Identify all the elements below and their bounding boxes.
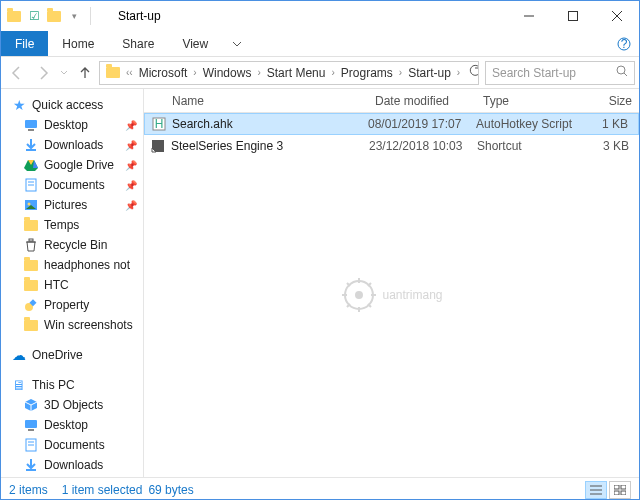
tab-share[interactable]: Share <box>108 31 168 56</box>
view-buttons <box>585 481 631 499</box>
maximize-icon <box>568 11 578 21</box>
file-row[interactable]: HSearch.ahk08/01/2019 17:07AutoHotkey Sc… <box>144 113 639 135</box>
svg-rect-55 <box>621 485 626 489</box>
sidebar-item[interactable]: Pictures📌 <box>1 195 143 215</box>
breadcrumb-item[interactable]: Start Menu <box>263 62 330 84</box>
folder-icon <box>23 217 39 233</box>
sidebar-item[interactable]: Desktop📌 <box>1 115 143 135</box>
search-placeholder: Search Start-up <box>492 66 576 80</box>
svg-rect-8 <box>25 120 37 128</box>
qat-properties-icon[interactable]: ☑ <box>26 8 42 24</box>
sidebar-item-label: 3D Objects <box>44 398 103 412</box>
sidebar-item-label: Desktop <box>44 118 88 132</box>
breadcrumb-item[interactable]: Start-up <box>404 62 455 84</box>
recycle-icon <box>23 237 39 253</box>
folder-icon <box>23 317 39 333</box>
sidebar-quick-access[interactable]: ★Quick access <box>1 95 143 115</box>
sidebar-item[interactable]: Win screenshots <box>1 315 143 335</box>
sidebar-item[interactable]: Google Drive📌 <box>1 155 143 175</box>
gdrive-icon <box>23 157 39 173</box>
file-icon <box>150 138 166 154</box>
qat-dropdown-icon[interactable]: ▾ <box>66 8 82 24</box>
forward-button[interactable] <box>31 61 55 85</box>
chevron-right-icon[interactable]: › <box>191 67 198 78</box>
back-button[interactable] <box>5 61 29 85</box>
minimize-button[interactable] <box>507 1 551 31</box>
file-name: SteelSeries Engine 3 <box>171 139 283 153</box>
sidebar-item[interactable]: Recycle Bin <box>1 235 143 255</box>
svg-rect-57 <box>621 491 626 495</box>
qat-newfolder-icon[interactable] <box>46 8 62 24</box>
file-list[interactable]: HSearch.ahk08/01/2019 17:07AutoHotkey Sc… <box>144 113 639 477</box>
svg-rect-9 <box>28 129 34 131</box>
file-type: Shortcut <box>477 139 589 153</box>
maximize-button[interactable] <box>551 1 595 31</box>
downloads-icon <box>23 137 39 153</box>
chevron-right-icon[interactable]: › <box>455 67 462 78</box>
file-row[interactable]: SteelSeries Engine 323/12/2018 10:03Shor… <box>144 135 639 157</box>
window-controls <box>507 1 639 31</box>
svg-text:H: H <box>155 117 164 131</box>
column-size[interactable]: Size <box>589 94 639 108</box>
column-name[interactable]: Name <box>144 94 369 108</box>
sidebar-item[interactable]: Temps <box>1 215 143 235</box>
recent-dropdown[interactable] <box>57 61 71 85</box>
quick-access-toolbar: ☑ ▾ <box>1 7 100 25</box>
search-input[interactable]: Search Start-up <box>485 61 635 85</box>
refresh-button[interactable] <box>462 64 479 81</box>
svg-point-6 <box>617 66 625 74</box>
chevron-right-icon[interactable]: ‹‹ <box>124 67 135 78</box>
breadcrumb-root-icon[interactable] <box>102 62 124 84</box>
content-pane: Name Date modified Type Size HSearch.ahk… <box>144 89 639 477</box>
sidebar-item[interactable]: Documents <box>1 435 143 455</box>
sidebar-item[interactable]: Desktop <box>1 415 143 435</box>
minimize-icon <box>524 11 534 21</box>
sidebar-thispc[interactable]: 🖥This PC <box>1 375 143 395</box>
navbar: ‹‹ Microsoft › Windows › Start Menu › Pr… <box>1 57 639 89</box>
sidebar-item-label: Downloads <box>44 138 103 152</box>
chevron-right-icon[interactable]: › <box>397 67 404 78</box>
sidebar-item-label: Win screenshots <box>44 318 133 332</box>
arrow-left-icon <box>9 65 25 81</box>
ribbon-expand-button[interactable] <box>222 31 252 56</box>
sidebar-item[interactable]: Music <box>1 475 143 477</box>
sidebar-onedrive[interactable]: ☁OneDrive <box>1 345 143 365</box>
sidebar-item[interactable]: Downloads <box>1 455 143 475</box>
file-tab[interactable]: File <box>1 31 48 56</box>
chevron-right-icon[interactable]: › <box>255 67 262 78</box>
chevron-right-icon[interactable]: › <box>329 67 336 78</box>
sidebar-item[interactable]: Property <box>1 295 143 315</box>
sidebar-item[interactable]: headphones not <box>1 255 143 275</box>
sidebar[interactable]: ★Quick accessDesktop📌Downloads📌Google Dr… <box>1 89 144 477</box>
sidebar-item[interactable]: Downloads📌 <box>1 135 143 155</box>
sidebar-item[interactable]: Documents📌 <box>1 175 143 195</box>
file-type: AutoHotkey Script <box>476 117 588 131</box>
breadcrumb-item[interactable]: Windows <box>199 62 256 84</box>
documents-icon <box>23 177 39 193</box>
pin-icon: 📌 <box>125 160 137 171</box>
sidebar-item[interactable]: HTC <box>1 275 143 295</box>
documents-icon <box>23 437 39 453</box>
watermark-text: uantrimang <box>382 288 442 302</box>
breadcrumb-item[interactable]: Microsoft <box>135 62 192 84</box>
breadcrumb-item[interactable]: Programs <box>337 62 397 84</box>
breadcrumb[interactable]: ‹‹ Microsoft › Windows › Start Menu › Pr… <box>99 61 479 85</box>
property-icon <box>23 297 39 313</box>
svg-rect-1 <box>569 12 578 21</box>
view-icons-button[interactable] <box>609 481 631 499</box>
status-selected: 1 item selected <box>62 483 143 497</box>
separator <box>90 7 91 25</box>
sidebar-item[interactable]: 3D Objects <box>1 395 143 415</box>
tab-home[interactable]: Home <box>48 31 108 56</box>
up-button[interactable] <box>73 61 97 85</box>
column-type[interactable]: Type <box>477 94 589 108</box>
svg-rect-54 <box>614 485 619 489</box>
view-details-button[interactable] <box>585 481 607 499</box>
close-button[interactable] <box>595 1 639 31</box>
search-icon[interactable] <box>616 65 628 80</box>
pictures-icon <box>23 197 39 213</box>
column-date[interactable]: Date modified <box>369 94 477 108</box>
status-size: 69 bytes <box>148 483 193 497</box>
help-button[interactable]: ? <box>609 31 639 56</box>
tab-view[interactable]: View <box>168 31 222 56</box>
